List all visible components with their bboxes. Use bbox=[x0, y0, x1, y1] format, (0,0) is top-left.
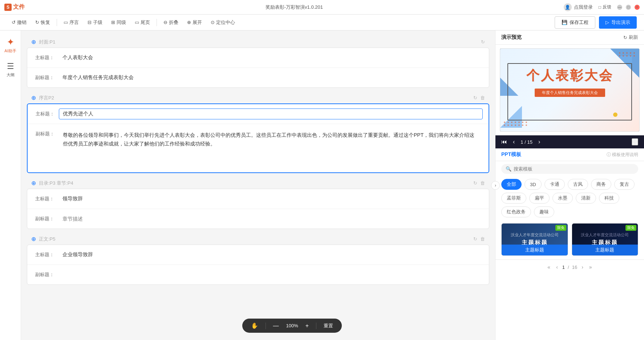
filter-memphis[interactable]: 孟菲斯 bbox=[501, 193, 526, 204]
prologue-title-input[interactable] bbox=[59, 108, 483, 119]
cover-subtitle-input[interactable] bbox=[58, 72, 483, 83]
collapse-button[interactable]: ⊖ 折叠 bbox=[159, 17, 183, 28]
search-input-wrap: 🔍 bbox=[501, 164, 638, 174]
preview-refresh-button[interactable]: ↻ 刷新 bbox=[623, 34, 638, 41]
prologue-section-body: 主标题： 副标题： 尊敬的各位领导和同事们，今天我们举行先进个人表彰大会，表彰公… bbox=[27, 103, 489, 173]
export-button[interactable]: ▷ 导出演示 bbox=[599, 16, 637, 29]
first-page-button[interactable]: « bbox=[546, 263, 552, 271]
window-controls: — □ × bbox=[617, 5, 640, 10]
dot bbox=[626, 52, 628, 54]
body-subtitle-input[interactable] bbox=[58, 269, 483, 280]
prologue-delete-icon[interactable]: 🗑 bbox=[480, 95, 485, 101]
preview-controls: ⏮ ‹ 1 / 15 › ⛶ bbox=[495, 135, 644, 148]
cover-title-input[interactable] bbox=[58, 52, 483, 63]
user-login[interactable]: 👤 点我登录 bbox=[564, 3, 593, 11]
undo-button[interactable]: ↺ 撤销 bbox=[7, 17, 31, 28]
filter-all[interactable]: 全部 bbox=[501, 179, 522, 190]
filter-tech[interactable]: 科技 bbox=[599, 193, 619, 204]
tail-button[interactable]: ▭ 尾页 bbox=[130, 17, 154, 28]
zoom-out-button[interactable]: — bbox=[270, 322, 282, 330]
toc-title-input[interactable] bbox=[58, 193, 483, 204]
body-delete-icon[interactable]: 🗑 bbox=[480, 236, 485, 242]
filter-fun[interactable]: 趣味 bbox=[534, 206, 554, 217]
redo-button[interactable]: ↻ 恢复 bbox=[31, 17, 54, 28]
reset-button[interactable]: 重置 bbox=[321, 322, 336, 330]
expand-label: 展开 bbox=[193, 19, 202, 26]
dot bbox=[522, 122, 523, 123]
undo-icon: ↺ bbox=[12, 20, 16, 25]
cover-add-button[interactable]: ⊕ bbox=[31, 38, 36, 45]
previous-slide-button[interactable]: ⏮ bbox=[501, 139, 507, 145]
body-add-button[interactable]: ⊕ bbox=[31, 235, 36, 242]
next-page-button[interactable]: › bbox=[580, 263, 585, 271]
prologue-add-button[interactable]: ⊕ bbox=[31, 94, 36, 101]
sidebar-item-outline[interactable]: ☰ 大纲 bbox=[1, 59, 20, 81]
body-refresh-icon[interactable]: ↻ bbox=[473, 236, 477, 242]
template-card-1[interactable]: 沃业人才年度交流活动公司 主题标题 限免 主题标题 bbox=[501, 223, 568, 256]
sidebar-item-ai[interactable]: ✦ AI助手 bbox=[1, 34, 20, 57]
child-button[interactable]: ⊟ 子级 bbox=[83, 17, 107, 28]
next-button[interactable]: › bbox=[538, 139, 540, 145]
last-page-button[interactable]: » bbox=[588, 263, 594, 271]
locate-label: 定位中心 bbox=[216, 19, 235, 26]
maximize-button[interactable]: □ bbox=[626, 5, 631, 10]
filter-3d[interactable]: 3D bbox=[524, 179, 542, 190]
sidebar: ✦ AI助手 ☰ 大纲 bbox=[0, 30, 21, 340]
toc-refresh-icon[interactable]: ↻ bbox=[473, 180, 477, 186]
tail-icon: ▭ bbox=[135, 20, 139, 25]
expand-button[interactable]: ⊕ 展开 bbox=[183, 17, 206, 28]
filter-flat[interactable]: 扁平 bbox=[529, 193, 550, 204]
filter-business[interactable]: 商务 bbox=[591, 179, 611, 190]
content-area: ⊕ 封面:P1 ↻ 主标题： 副标题： ⊕ 序言P2 bbox=[21, 30, 495, 340]
preview-slide: 个人表彰大会 年度个人销售任务完成表彰大会 bbox=[500, 48, 640, 132]
toggle-panel-button[interactable]: › bbox=[491, 181, 500, 190]
close-button[interactable]: × bbox=[635, 5, 640, 10]
prev-button[interactable]: ‹ bbox=[513, 139, 515, 145]
toc-section-actions: ↻ 🗑 bbox=[473, 180, 485, 186]
filter-fresh[interactable]: 清新 bbox=[576, 193, 596, 204]
preview-header: 演示预览 ↻ 刷新 bbox=[495, 30, 644, 45]
toc-delete-icon[interactable]: 🗑 bbox=[480, 180, 485, 186]
collapse-label: 折叠 bbox=[169, 19, 178, 26]
minimize-button[interactable]: — bbox=[617, 5, 622, 10]
template-label-2: 主题标题 bbox=[572, 245, 638, 255]
prologue-button[interactable]: ▭ 序言 bbox=[59, 17, 83, 28]
dot bbox=[518, 124, 520, 126]
filter-gov[interactable]: 红色政务 bbox=[501, 206, 531, 217]
dot bbox=[507, 124, 509, 126]
fullscreen-button[interactable]: ⛶ bbox=[632, 138, 638, 146]
toc-add-button[interactable]: ⊕ bbox=[31, 180, 36, 187]
filter-ink[interactable]: 水墨 bbox=[552, 193, 573, 204]
body-title-input[interactable] bbox=[58, 249, 483, 260]
undo-label: 撤销 bbox=[17, 19, 27, 26]
toc-subtitle-input[interactable] bbox=[58, 213, 483, 224]
body-section-title: 正文:P5 bbox=[39, 236, 56, 242]
locate-button[interactable]: ⊙ 定位中心 bbox=[206, 17, 239, 28]
prologue-title-row: 主标题： bbox=[28, 104, 489, 124]
zoom-in-button[interactable]: + bbox=[303, 322, 312, 330]
filter-ancient[interactable]: 古风 bbox=[568, 179, 588, 190]
template-help-link[interactable]: ⓘ 模板使用说明 bbox=[607, 152, 638, 158]
save-button[interactable]: 💾 保存工程 bbox=[555, 16, 595, 29]
ppt-template-tab[interactable]: PPT模板 bbox=[501, 151, 521, 158]
toc-section-title: 目录:P3 章节:P4 bbox=[39, 180, 73, 187]
template-label-1: 主题标题 bbox=[502, 245, 568, 255]
prev-page-button[interactable]: ‹ bbox=[555, 263, 559, 271]
cover-section: ⊕ 封面:P1 ↻ 主标题： 副标题： bbox=[27, 36, 489, 88]
peer-button[interactable]: ⊞ 同级 bbox=[107, 17, 130, 28]
filter-retro[interactable]: 复古 bbox=[614, 179, 635, 190]
filter-cartoon[interactable]: 卡通 bbox=[544, 179, 565, 190]
cover-refresh-icon[interactable]: ↻ bbox=[481, 39, 485, 45]
dot bbox=[511, 122, 513, 123]
prologue-subtitle-label: 副标题： bbox=[33, 128, 59, 137]
prologue-subtitle-input[interactable]: 尊敬的各位领导和同事们，今天我们举行先进个人表彰大会，表彰公司中的优秀员工。这些… bbox=[59, 128, 483, 168]
template-card-2[interactable]: 沃业人才年度交流活动公司 主题标题 限免 主题标题 bbox=[572, 223, 639, 256]
feedback-btn[interactable]: □ 反馈 bbox=[599, 4, 611, 10]
refresh-label: 刷新 bbox=[629, 34, 638, 41]
hand-tool-button[interactable]: ✋ bbox=[248, 321, 261, 330]
prologue-refresh-icon[interactable]: ↻ bbox=[473, 95, 477, 101]
cover-subtitle-label: 副标题： bbox=[33, 72, 58, 81]
template-search-input[interactable] bbox=[514, 166, 634, 172]
dot bbox=[504, 124, 505, 126]
body-title-label: 主标题： bbox=[33, 249, 58, 258]
